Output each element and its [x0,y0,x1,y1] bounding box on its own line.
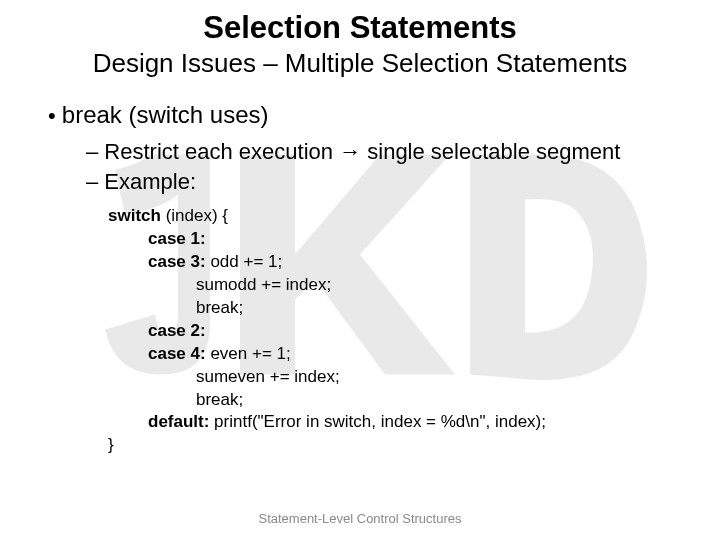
bullet-main-text: break (switch uses) [62,101,269,128]
bullet-sub1: Restrict each execution → single selecta… [86,139,690,165]
outer-list: break (switch uses) Restrict each execut… [30,101,690,195]
code-line: case 3: odd += 1; [148,251,690,274]
slide-content: Selection Statements Design Issues – Mul… [0,0,720,457]
code-line: sumodd += index; [196,274,690,297]
code-line: case 2: [148,320,690,343]
code-block: switch (index) { case 1: case 3: odd += … [30,205,690,457]
code-line: switch (index) { [108,205,690,228]
arrow-icon: → [339,139,361,164]
code-line: sumeven += index; [196,366,690,389]
page-title: Selection Statements [30,10,690,46]
code-line: default: printf("Error in switch, index … [148,411,690,434]
code-line: } [108,434,690,457]
bullet-sub2: Example: [86,169,690,195]
inner-list: Restrict each execution → single selecta… [48,139,690,195]
footer-text: Statement-Level Control Structures [0,511,720,526]
bullet-main: break (switch uses) Restrict each execut… [48,101,690,195]
code-line: case 4: even += 1; [148,343,690,366]
code-line: break; [196,389,690,412]
page-subtitle: Design Issues – Multiple Selection State… [30,48,690,79]
code-line: case 1: [148,228,690,251]
code-line: break; [196,297,690,320]
